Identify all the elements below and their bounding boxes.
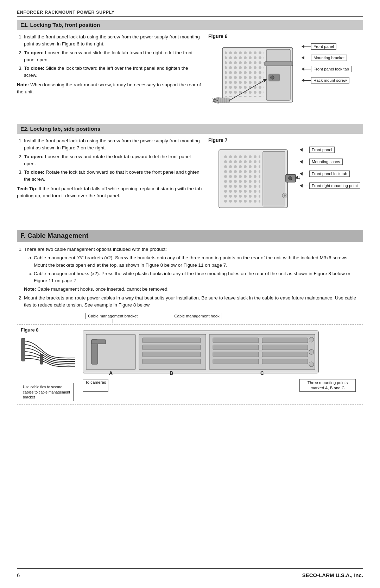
- callout-rack-mount-screw: Rack mount screw: [302, 77, 363, 83]
- note-bold: Note:: [17, 82, 29, 87]
- footer-page-number: 6: [17, 572, 20, 578]
- svg-rect-37: [91, 340, 106, 344]
- svg-rect-19: [263, 151, 285, 206]
- svg-rect-41: [142, 352, 201, 357]
- figure8-container: Figure 8: [17, 324, 363, 404]
- callout-f7-front-panel-lock-tab-text: Front panel lock tab: [309, 171, 350, 177]
- figure7-wrapper: Front panel Mounting screw Front panel l…: [208, 144, 363, 218]
- svg-rect-32: [40, 354, 43, 364]
- page-footer: 6 SECO-LARM U.S.A., Inc.: [17, 568, 363, 578]
- page-header-title: ENFORCER RACKMOUNT POWER SUPPLY: [17, 10, 115, 15]
- callout-three-mounting-points: Three mounting points marked A, B and C: [299, 379, 356, 392]
- list-item: Cable management hooks (x2). Press the w…: [34, 270, 363, 285]
- list-item: Mount the brackets and route power cable…: [24, 295, 363, 309]
- figure8-section: Cable management bracket Cable managemen…: [17, 313, 363, 404]
- callout-rack-mount-screw-text: Rack mount screw: [311, 77, 349, 83]
- figure8-label: Figure 8: [21, 327, 81, 333]
- svg-rect-10: [218, 98, 229, 103]
- svg-rect-50: [262, 352, 308, 357]
- figure6-wrapper: Front panel Mounting bracket Front panel…: [208, 41, 363, 116]
- footer-company: SECO-LARM U.S.A., Inc.: [302, 572, 363, 578]
- list-item: To close: Slide the lock tab toward the …: [24, 65, 202, 79]
- section-e1-steps: Install the front panel lock tab using t…: [17, 33, 202, 79]
- svg-text:A: A: [109, 370, 113, 376]
- svg-rect-42: [142, 359, 201, 364]
- callout-f7-front-right-mounting-point: Front right mounting point: [300, 182, 363, 189]
- to-close-bold: To close:: [24, 169, 44, 175]
- svg-point-56: [309, 349, 314, 354]
- svg-rect-33: [21, 338, 25, 361]
- list-item: To close: Rotate the lock tab downward s…: [24, 169, 202, 183]
- callout-f7-front-panel-text: Front panel: [309, 147, 335, 153]
- section-e1: E1. Locking Tab, front position Install …: [17, 19, 363, 119]
- figure8-cables-svg: [21, 334, 75, 382]
- svg-point-55: [309, 337, 314, 342]
- figure7-title: Figure 7: [208, 137, 363, 143]
- svg-rect-2: [225, 51, 264, 97]
- section-e1-content: Install the front panel lock tab using t…: [17, 33, 363, 116]
- callout-f7-front-right-mounting-point-text: Front right mounting point: [309, 182, 360, 189]
- callout-front-panel-text: Front panel: [311, 43, 336, 50]
- figure8-bottom-callouts: To cameras Three mounting points marked …: [83, 379, 359, 392]
- list-item: To open: Loosen the screw and rotate the…: [24, 153, 202, 168]
- callout-cable-management-bracket-box: Cable management bracket: [86, 313, 140, 323]
- section-e2-tech-tip: Tech Tip: If the front panel lock tab fa…: [17, 185, 202, 200]
- list-item: To open: Loosen the screw and slide the …: [24, 49, 202, 64]
- section-f-note: Note: Cable management hooks, once inser…: [24, 286, 363, 293]
- svg-point-31: [284, 194, 286, 197]
- svg-rect-48: [262, 338, 308, 343]
- svg-text:B: B: [170, 370, 173, 376]
- to-open-text: Loosen the screw and rotate the lock tab…: [24, 154, 191, 166]
- tech-tip-bold: Tech Tip: [17, 186, 36, 191]
- figure8-unit-panel: A B C To cameras Three mounting points m…: [83, 327, 359, 392]
- svg-point-6: [271, 76, 274, 79]
- section-f-heading: F. Cable Management: [17, 230, 363, 242]
- svg-rect-4: [265, 62, 293, 66]
- note-bold: Note:: [24, 286, 36, 292]
- callout-f7-front-panel: Front panel: [300, 147, 363, 153]
- list-item: Cable management "G" brackets (x2). Scre…: [34, 254, 363, 269]
- section-f: F. Cable Management There are two cable …: [17, 225, 363, 404]
- callout-to-cameras: To cameras: [83, 379, 108, 392]
- callout-mounting-bracket-text: Mounting bracket: [311, 55, 347, 61]
- svg-rect-47: [213, 359, 259, 364]
- callout-f7-mounting-screw: Mounting screw: [300, 159, 363, 165]
- list-item: There are two cable management options i…: [24, 246, 363, 293]
- callout-front-panel-lock-tab-text: Front panel lock tab: [311, 66, 352, 72]
- tech-tip-text: : If the front panel lock tab falls off …: [17, 186, 202, 198]
- section-f-step2: Mount the brackets and route power cable…: [24, 295, 356, 308]
- to-close-text: Slide the lock tab toward the left over …: [24, 66, 188, 78]
- section-e1-note: Note: When loosening the rack mount scre…: [17, 81, 202, 96]
- callout-f7-front-panel-lock-tab: Front panel lock tab: [300, 171, 363, 177]
- list-item: Install the front panel lock tab using t…: [24, 33, 202, 48]
- callout-line-v: [197, 319, 197, 323]
- svg-rect-40: [142, 345, 201, 350]
- callout-cable-mgmt-bracket: Cable management bracket: [86, 313, 140, 319]
- section-f-steps: There are two cable management options i…: [17, 246, 363, 309]
- callout-front-panel: Front panel: [302, 43, 363, 50]
- svg-rect-39: [142, 338, 201, 343]
- section-e2-content: Install the front panel lock tab using t…: [17, 137, 363, 218]
- callout-mounting-bracket: Mounting bracket: [302, 55, 363, 61]
- section-e2: E2. Locking tab, side positions Install …: [17, 123, 363, 221]
- list-item: Install the front panel lock tab using t…: [24, 137, 202, 152]
- section-f-sub-list: Cable management "G" brackets (x2). Scre…: [27, 254, 363, 284]
- section-e1-heading: E1. Locking Tab, front position: [17, 20, 363, 30]
- svg-point-57: [309, 362, 314, 367]
- page: ENFORCER RACKMOUNT POWER SUPPLY E1. Lock…: [0, 0, 380, 588]
- callout-f7-mounting-screw-text: Mounting screw: [309, 159, 343, 165]
- figure7-callouts: Front panel Mounting screw Front panel l…: [300, 144, 363, 189]
- svg-rect-18: [222, 153, 260, 204]
- section-e2-heading: E2. Locking tab, side positions: [17, 124, 363, 134]
- svg-rect-45: [213, 345, 259, 350]
- note-text: When loosening the rack mount screw, it …: [17, 82, 201, 94]
- figure6-title: Figure 6: [208, 33, 363, 39]
- to-open-bold: To open:: [24, 50, 44, 55]
- figure8-top-callouts: Cable management bracket Cable managemen…: [17, 313, 363, 323]
- callout-front-panel-lock-tab: Front panel lock tab: [302, 66, 363, 72]
- callout-cable-management-hook-box: Cable management hook: [172, 313, 222, 323]
- note-text: Cable management hooks, once inserted, c…: [36, 286, 169, 292]
- svg-rect-51: [262, 359, 308, 364]
- svg-text:C: C: [260, 370, 264, 376]
- section-e2-figure: Figure 7: [208, 137, 363, 218]
